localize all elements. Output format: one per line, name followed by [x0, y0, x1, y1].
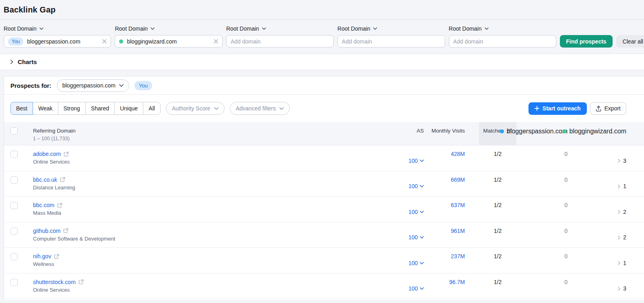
- authority-score-filter[interactable]: Authority Score: [166, 102, 225, 115]
- column-authority-score[interactable]: AS: [395, 122, 424, 145]
- external-link-icon[interactable]: [64, 152, 69, 157]
- domain-input-1[interactable]: You bloggerspassion.com: [4, 35, 111, 48]
- domain-input-4: [337, 35, 445, 48]
- column-referring-domain[interactable]: Referring Domain 1 – 100 (11,733): [33, 122, 395, 145]
- competitor2-cell[interactable]: 1: [568, 171, 626, 197]
- row-select-cell: [10, 145, 33, 171]
- table-row: shutterstock.com Online Services 100 96.…: [4, 274, 644, 299]
- start-outreach-button[interactable]: Start outreach: [528, 102, 587, 115]
- authority-score-cell[interactable]: 100: [395, 248, 424, 273]
- row-checkbox[interactable]: [10, 202, 18, 209]
- tab-best[interactable]: Best: [10, 102, 33, 115]
- competitor2-cell[interactable]: 3: [568, 145, 626, 171]
- root-domain-label: Root Domain: [449, 25, 482, 32]
- clear-all-button[interactable]: Clear all: [616, 35, 644, 48]
- authority-score-cell[interactable]: 100: [395, 222, 424, 248]
- domain-link[interactable]: nih.gov: [33, 253, 51, 259]
- domain-link[interactable]: github.com: [33, 228, 60, 234]
- domain-input-3: [226, 35, 334, 48]
- authority-score-cell[interactable]: 100: [395, 145, 424, 171]
- domain-link[interactable]: bbc.co.uk: [33, 176, 57, 183]
- competitor2-value: 1: [623, 183, 626, 189]
- close-icon[interactable]: [214, 39, 218, 44]
- competitor2-cell[interactable]: 2: [568, 197, 626, 222]
- row-checkbox[interactable]: [10, 279, 18, 286]
- advanced-filters[interactable]: Advanced filters: [230, 102, 290, 115]
- authority-score-cell[interactable]: 100: [395, 171, 424, 197]
- competitor1-header-label: bloggerspassion.com: [507, 128, 568, 135]
- row-select-cell: [10, 197, 33, 222]
- row-checkbox[interactable]: [10, 253, 18, 260]
- monthly-visits-cell[interactable]: 428M: [424, 145, 465, 171]
- row-checkbox[interactable]: [10, 228, 18, 235]
- row-select-cell: [10, 222, 33, 248]
- export-label: Export: [605, 105, 621, 112]
- root-domain-dropdown-2[interactable]: Root Domain: [115, 25, 155, 32]
- competitor2-cell[interactable]: 2: [568, 222, 626, 248]
- chevron-down-icon: [485, 27, 489, 30]
- start-outreach-label: Start outreach: [543, 105, 581, 112]
- domain-link[interactable]: shutterstock.com: [33, 279, 76, 285]
- external-link-icon[interactable]: [54, 254, 59, 259]
- domain-link[interactable]: bbc.com: [33, 202, 54, 208]
- monthly-visits-cell[interactable]: 961M: [424, 222, 465, 248]
- select-all-checkbox[interactable]: [10, 127, 18, 135]
- chevron-right-icon: [618, 287, 620, 291]
- tab-unique[interactable]: Unique: [114, 102, 143, 115]
- competitor2-cell[interactable]: 3: [568, 274, 626, 299]
- competitor2-value: 3: [623, 285, 626, 292]
- column-competitor2[interactable]: bloggingwizard.com: [568, 122, 626, 135]
- authority-score-value: 100: [409, 209, 418, 215]
- authority-score-cell[interactable]: 100: [395, 197, 424, 222]
- tab-strong[interactable]: Strong: [58, 102, 86, 115]
- prospects-domain-select[interactable]: bloggerspassion.com: [57, 79, 129, 92]
- external-link-icon[interactable]: [60, 177, 65, 182]
- root-domain-label: Root Domain: [337, 25, 370, 32]
- referring-domain-header-label: Referring Domain: [33, 128, 395, 134]
- export-icon: [596, 106, 601, 112]
- competitor2-value: 2: [623, 234, 626, 241]
- domain-link[interactable]: adobe.com: [33, 151, 61, 157]
- authority-score-value: 100: [409, 183, 418, 189]
- monthly-visits-cell[interactable]: 669M: [424, 171, 465, 197]
- close-icon[interactable]: [102, 39, 107, 44]
- referring-domain-cell: github.com Computer Software & Developme…: [33, 222, 395, 248]
- monthly-visits-cell[interactable]: 637M: [424, 197, 465, 222]
- row-checkbox[interactable]: [10, 151, 18, 158]
- competitor2-cell[interactable]: 1: [568, 248, 626, 273]
- monthly-visits-cell[interactable]: 237M: [424, 248, 465, 273]
- monthly-visits-cell[interactable]: 96.7M: [424, 274, 465, 299]
- chevron-down-icon: [279, 107, 284, 110]
- find-prospects-button[interactable]: Find prospects: [560, 35, 612, 48]
- matches-value: 1/2: [479, 202, 516, 208]
- add-domain-input[interactable]: [342, 38, 440, 45]
- authority-score-cell[interactable]: 100: [395, 274, 424, 299]
- row-checkbox[interactable]: [10, 176, 18, 184]
- prospects-card: Prospects for: bloggerspassion.com You B…: [4, 76, 644, 300]
- table-header: Referring Domain 1 – 100 (11,733) AS Mon…: [4, 122, 644, 145]
- competitor1-cell: 0: [516, 274, 568, 299]
- external-link-icon[interactable]: [57, 203, 62, 208]
- tab-all[interactable]: All: [143, 102, 161, 115]
- root-domain-dropdown-3[interactable]: Root Domain: [226, 25, 266, 32]
- chevron-right-icon: [618, 261, 620, 265]
- column-monthly-visits[interactable]: Monthly Visits: [424, 122, 465, 145]
- add-domain-input[interactable]: [231, 38, 329, 45]
- root-domain-dropdown-5[interactable]: Root Domain: [449, 25, 489, 32]
- domain-input-2[interactable]: bloggingwizard.com: [115, 35, 222, 48]
- chevron-right-icon: [618, 236, 620, 240]
- root-domain-dropdown-1[interactable]: Root Domain: [4, 25, 43, 32]
- header-select-cell: [10, 122, 33, 145]
- root-domain-dropdown-4[interactable]: Root Domain: [337, 25, 377, 32]
- competitor2-value: 2: [623, 209, 626, 215]
- external-link-icon[interactable]: [63, 228, 68, 233]
- charts-toggle[interactable]: Charts: [0, 54, 644, 70]
- domain-column-2: Root Domain bloggingwizard.com: [115, 25, 222, 48]
- matches-value: 1/2: [479, 176, 516, 183]
- column-competitor1[interactable]: bloggerspassion.com: [516, 122, 568, 135]
- external-link-icon[interactable]: [78, 279, 84, 284]
- add-domain-input[interactable]: [453, 38, 552, 45]
- tab-shared[interactable]: Shared: [85, 102, 115, 115]
- tab-weak[interactable]: Weak: [33, 102, 58, 115]
- export-button[interactable]: Export: [590, 102, 626, 115]
